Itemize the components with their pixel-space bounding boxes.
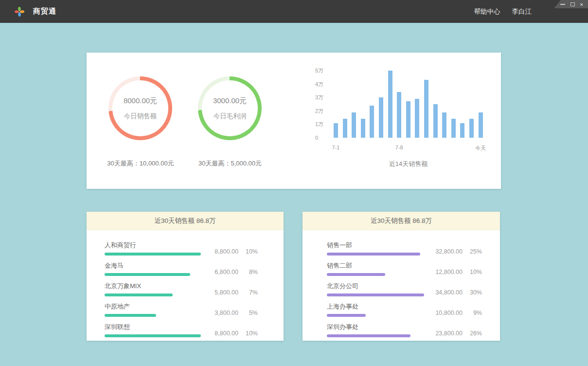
today-profit-30d-max: 30天最高：5,000.00元 — [182, 159, 278, 168]
app-title: 商贸通 — [33, 7, 56, 16]
rank-item-name: 深圳办事处 — [327, 323, 424, 331]
sales-bar — [479, 112, 483, 138]
sales-bar — [415, 99, 419, 138]
today-profit-donut: 3000.00元 今日毛利润 — [198, 76, 262, 140]
sales-bar — [442, 112, 446, 138]
rank-row: 深圳办事处23,800.0026% — [327, 323, 482, 337]
sales-bar — [361, 119, 365, 138]
app-logo-pinwheel-icon — [14, 6, 25, 18]
today-profit-value: 3000.00元 — [213, 96, 247, 106]
rank-item-name: 北京万象MIX — [105, 282, 202, 291]
sales-bar — [397, 92, 401, 138]
overview-card: 8000.00元 今日销售额 30天最高：10,000.00元 3000.00元… — [87, 53, 501, 189]
today-profit-label: 今日毛利润 — [214, 112, 247, 121]
minimize-icon[interactable] — [560, 4, 565, 5]
rank-bar-track — [327, 334, 424, 337]
rank-item-name: 中原地产 — [105, 302, 202, 311]
sales-bar — [469, 119, 474, 138]
department-ranking-rows: 销售一部32,800.0025%销售二部12,800.0010%北京分公司34,… — [303, 230, 500, 337]
rank-amount: 10,800.00 — [428, 310, 463, 316]
y-tick-label: 3万 — [315, 94, 323, 101]
today-sales-donut: 8000.00元 今日销售额 — [108, 76, 172, 140]
x-tick-label: 7-8 — [395, 145, 403, 150]
sales-bar — [451, 119, 456, 138]
chart-caption: 近14天销售额 — [334, 160, 483, 168]
rank-row: 上海办事处10,800.009% — [327, 302, 482, 317]
rank-bar — [105, 334, 201, 337]
rank-amount: 5,800.00 — [203, 289, 238, 296]
today-sales-30d-max: 30天最高：10,000.00元 — [93, 159, 188, 168]
rank-bar — [105, 293, 173, 296]
rank-bar — [327, 334, 410, 337]
maximize-icon[interactable] — [570, 2, 575, 6]
sales-bar — [433, 104, 438, 138]
today-sales-label: 今日销售额 — [124, 112, 157, 121]
rank-percent: 8% — [238, 269, 258, 275]
y-tick-label: 1万 — [315, 121, 323, 128]
y-tick-label: 0 — [315, 134, 318, 141]
rank-bar-track — [327, 293, 424, 296]
rank-bar-track — [105, 314, 202, 317]
rank-bar-track — [105, 334, 202, 337]
rank-amount: 34,800.00 — [428, 289, 463, 296]
rank-bar — [105, 273, 190, 276]
rank-percent: 30% — [463, 289, 482, 296]
rank-percent: 25% — [463, 248, 482, 255]
titlebar: 商贸通 帮助中心 李白江 × — [0, 0, 588, 23]
help-center-link[interactable]: 帮助中心 — [474, 7, 500, 16]
rank-amount: 12,800.00 — [428, 269, 463, 275]
rank-amount: 3,800.00 — [203, 310, 238, 316]
rank-bar-track — [327, 253, 424, 256]
rank-row: 深圳联想8,800.0010% — [105, 323, 258, 337]
rank-percent: 10% — [238, 248, 258, 255]
sales-bar — [379, 97, 383, 138]
sales-bar — [460, 123, 464, 138]
rank-row: 北京分公司34,800.0030% — [327, 282, 482, 296]
rank-amount: 8,800.00 — [203, 330, 238, 337]
rank-amount: 23,800.00 — [428, 330, 463, 337]
rank-item-name: 金海马 — [105, 261, 202, 270]
rank-row: 中原地产3,800.005% — [105, 302, 258, 317]
rank-bar-track — [105, 273, 202, 276]
sales-bar — [352, 112, 356, 138]
rank-percent: 10% — [238, 330, 258, 337]
user-menu[interactable]: 李白江 — [512, 7, 532, 16]
rank-amount: 8,800.00 — [203, 248, 238, 255]
y-tick-label: 2万 — [315, 108, 323, 114]
rank-item-name: 北京分公司 — [327, 282, 424, 291]
customer-ranking-rows: 人和商贸行8,800.0010%金海马6,800.008%北京万象MIX5,80… — [87, 230, 284, 337]
department-ranking-title: 近30天销售额 86.8万 — [303, 212, 500, 230]
sales-bars — [334, 71, 483, 138]
sales-bar — [388, 71, 392, 138]
rank-percent: 26% — [463, 330, 482, 337]
sales-bar — [343, 119, 347, 138]
sales-bar — [334, 123, 338, 138]
close-icon[interactable]: × — [580, 2, 583, 6]
rank-bar-track — [327, 314, 424, 317]
sales-bar — [424, 80, 428, 138]
customer-ranking-title: 近30天销售额 86.8万 — [87, 212, 284, 230]
rank-row: 人和商贸行8,800.0010% — [105, 241, 258, 256]
rank-row: 销售二部12,800.0010% — [327, 261, 482, 276]
rank-row: 金海马6,800.008% — [105, 261, 258, 276]
rank-item-name: 上海办事处 — [327, 302, 424, 311]
rank-row: 销售一部32,800.0025% — [327, 241, 482, 256]
rank-item-name: 人和商贸行 — [105, 241, 202, 250]
rank-amount: 32,800.00 — [428, 248, 463, 255]
department-ranking-card: 近30天销售额 86.8万 销售一部32,800.0025%销售二部12,800… — [303, 212, 500, 341]
rank-percent: 5% — [238, 310, 258, 316]
x-tick-label: 7-1 — [332, 145, 340, 150]
rank-bar — [105, 253, 201, 256]
rank-percent: 7% — [238, 289, 258, 296]
sales-14d-chart: 01万2万3万4万5万 7-17-8今天 近14天销售额 — [315, 68, 495, 172]
rank-bar — [105, 314, 156, 317]
window-controls: × — [554, 0, 588, 8]
y-tick-label: 5万 — [315, 67, 323, 74]
rank-bar — [327, 273, 385, 276]
rank-bar-track — [105, 293, 202, 296]
rank-bar — [327, 293, 424, 296]
rank-bar-track — [327, 273, 424, 276]
rank-percent: 9% — [463, 310, 482, 316]
sales-bar — [370, 106, 374, 138]
sales-bar — [406, 101, 410, 138]
